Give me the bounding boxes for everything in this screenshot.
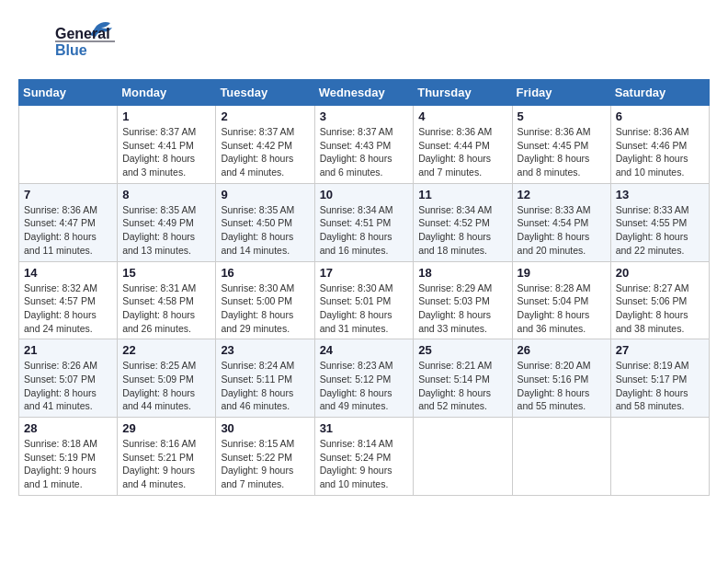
day-detail: Sunrise: 8:28 AMSunset: 5:04 PMDaylight:…: [518, 282, 606, 336]
day-detail: Sunrise: 8:37 AMSunset: 4:42 PMDaylight:…: [221, 125, 309, 179]
weekday-header-row: SundayMondayTuesdayWednesdayThursdayFrid…: [19, 80, 710, 106]
calendar-cell: 22Sunrise: 8:25 AMSunset: 5:09 PMDayligh…: [118, 339, 216, 418]
day-detail: Sunrise: 8:30 AMSunset: 5:01 PMDaylight:…: [320, 282, 409, 336]
calendar-cell: 4Sunrise: 8:36 AMSunset: 4:44 PMDaylight…: [414, 106, 512, 184]
day-detail: Sunrise: 8:29 AMSunset: 5:03 PMDaylight:…: [418, 282, 506, 336]
calendar-cell: 6Sunrise: 8:36 AMSunset: 4:46 PMDaylight…: [610, 106, 709, 184]
week-row-2: 7Sunrise: 8:36 AMSunset: 4:47 PMDaylight…: [19, 183, 710, 261]
calendar-cell: 25Sunrise: 8:21 AMSunset: 5:14 PMDayligh…: [414, 339, 512, 418]
day-number: 17: [320, 266, 409, 280]
week-row-3: 14Sunrise: 8:32 AMSunset: 4:57 PMDayligh…: [19, 261, 710, 339]
svg-text:Blue: Blue: [55, 42, 87, 58]
week-row-1: 1Sunrise: 8:37 AMSunset: 4:41 PMDaylight…: [19, 106, 710, 184]
day-detail: Sunrise: 8:35 AMSunset: 4:50 PMDaylight:…: [221, 203, 309, 258]
weekday-header-tuesday: Tuesday: [216, 80, 314, 106]
svg-text:General: General: [55, 26, 110, 41]
calendar-cell: 1Sunrise: 8:37 AMSunset: 4:41 PMDaylight…: [118, 106, 216, 184]
day-number: 15: [122, 266, 210, 280]
day-number: 20: [616, 266, 704, 280]
day-number: 22: [122, 343, 210, 357]
day-number: 31: [320, 421, 409, 435]
day-detail: Sunrise: 8:32 AMSunset: 4:57 PMDaylight:…: [24, 282, 112, 336]
weekday-header-thursday: Thursday: [414, 80, 512, 106]
day-number: 4: [418, 109, 506, 123]
day-detail: Sunrise: 8:30 AMSunset: 5:00 PMDaylight:…: [221, 282, 309, 336]
day-number: 23: [221, 343, 309, 357]
day-detail: Sunrise: 8:36 AMSunset: 4:45 PMDaylight:…: [518, 125, 606, 179]
calendar-cell: 21Sunrise: 8:26 AMSunset: 5:07 PMDayligh…: [19, 339, 118, 418]
weekday-header-saturday: Saturday: [610, 80, 709, 106]
day-number: 1: [122, 109, 210, 123]
day-number: 2: [221, 109, 309, 123]
day-number: 14: [24, 266, 112, 280]
week-row-5: 28Sunrise: 8:18 AMSunset: 5:19 PMDayligh…: [19, 418, 710, 496]
day-detail: Sunrise: 8:20 AMSunset: 5:16 PMDaylight:…: [518, 359, 606, 413]
calendar-cell: 15Sunrise: 8:31 AMSunset: 4:58 PMDayligh…: [118, 261, 216, 339]
calendar-cell: 11Sunrise: 8:34 AMSunset: 4:52 PMDayligh…: [414, 183, 512, 261]
day-number: 11: [418, 188, 506, 201]
day-number: 10: [320, 188, 409, 201]
day-number: 24: [320, 343, 409, 357]
day-number: 18: [418, 266, 506, 280]
calendar-cell: [610, 418, 709, 496]
calendar-cell: 28Sunrise: 8:18 AMSunset: 5:19 PMDayligh…: [19, 418, 118, 496]
calendar-cell: 8Sunrise: 8:35 AMSunset: 4:49 PMDaylight…: [118, 183, 216, 261]
calendar-cell: 27Sunrise: 8:19 AMSunset: 5:17 PMDayligh…: [610, 339, 709, 418]
day-number: 13: [616, 188, 704, 201]
calendar-cell: 5Sunrise: 8:36 AMSunset: 4:45 PMDaylight…: [512, 106, 610, 184]
day-detail: Sunrise: 8:37 AMSunset: 4:41 PMDaylight:…: [122, 125, 210, 179]
calendar-cell: 29Sunrise: 8:16 AMSunset: 5:21 PMDayligh…: [118, 418, 216, 496]
day-number: 26: [518, 343, 606, 357]
calendar-cell: 26Sunrise: 8:20 AMSunset: 5:16 PMDayligh…: [512, 339, 610, 418]
day-detail: Sunrise: 8:27 AMSunset: 5:06 PMDaylight:…: [616, 282, 704, 336]
page-header: General Blue: [18, 18, 710, 64]
calendar-cell: 10Sunrise: 8:34 AMSunset: 4:51 PMDayligh…: [314, 183, 414, 261]
day-number: 19: [518, 266, 606, 280]
calendar-cell: [19, 106, 118, 184]
day-detail: Sunrise: 8:23 AMSunset: 5:12 PMDaylight:…: [320, 359, 409, 413]
calendar-body: 1Sunrise: 8:37 AMSunset: 4:41 PMDaylight…: [19, 106, 710, 496]
day-number: 6: [616, 109, 704, 123]
day-detail: Sunrise: 8:36 AMSunset: 4:44 PMDaylight:…: [418, 125, 506, 179]
weekday-header-wednesday: Wednesday: [314, 80, 414, 106]
week-row-4: 21Sunrise: 8:26 AMSunset: 5:07 PMDayligh…: [19, 339, 710, 418]
day-detail: Sunrise: 8:37 AMSunset: 4:43 PMDaylight:…: [320, 125, 409, 179]
day-detail: Sunrise: 8:25 AMSunset: 5:09 PMDaylight:…: [122, 359, 210, 413]
day-detail: Sunrise: 8:33 AMSunset: 4:54 PMDaylight:…: [518, 203, 606, 258]
day-detail: Sunrise: 8:33 AMSunset: 4:55 PMDaylight:…: [616, 203, 704, 258]
calendar-cell: 16Sunrise: 8:30 AMSunset: 5:00 PMDayligh…: [216, 261, 314, 339]
day-number: 12: [518, 188, 606, 201]
calendar-cell: 30Sunrise: 8:15 AMSunset: 5:22 PMDayligh…: [216, 418, 314, 496]
day-detail: Sunrise: 8:34 AMSunset: 4:52 PMDaylight:…: [418, 203, 506, 258]
weekday-header-sunday: Sunday: [19, 80, 118, 106]
day-number: 25: [418, 343, 506, 357]
calendar-cell: [512, 418, 610, 496]
day-number: 8: [122, 188, 210, 201]
day-detail: Sunrise: 8:21 AMSunset: 5:14 PMDaylight:…: [418, 359, 506, 413]
day-detail: Sunrise: 8:36 AMSunset: 4:47 PMDaylight:…: [24, 203, 112, 258]
weekday-header-friday: Friday: [512, 80, 610, 106]
day-detail: Sunrise: 8:14 AMSunset: 5:24 PMDaylight:…: [320, 437, 409, 491]
calendar-cell: 18Sunrise: 8:29 AMSunset: 5:03 PMDayligh…: [414, 261, 512, 339]
day-detail: Sunrise: 8:18 AMSunset: 5:19 PMDaylight:…: [24, 437, 112, 491]
calendar-table: SundayMondayTuesdayWednesdayThursdayFrid…: [18, 79, 710, 496]
calendar-cell: 20Sunrise: 8:27 AMSunset: 5:06 PMDayligh…: [610, 261, 709, 339]
day-number: 27: [616, 343, 704, 357]
logo-svg: General Blue: [18, 18, 119, 64]
day-number: 7: [24, 188, 112, 201]
day-detail: Sunrise: 8:34 AMSunset: 4:51 PMDaylight:…: [320, 203, 409, 258]
calendar-cell: 9Sunrise: 8:35 AMSunset: 4:50 PMDaylight…: [216, 183, 314, 261]
calendar-cell: 17Sunrise: 8:30 AMSunset: 5:01 PMDayligh…: [314, 261, 414, 339]
day-detail: Sunrise: 8:35 AMSunset: 4:49 PMDaylight:…: [122, 203, 210, 258]
calendar-cell: 7Sunrise: 8:36 AMSunset: 4:47 PMDaylight…: [19, 183, 118, 261]
calendar-cell: 23Sunrise: 8:24 AMSunset: 5:11 PMDayligh…: [216, 339, 314, 418]
day-number: 21: [24, 343, 112, 357]
calendar-cell: 2Sunrise: 8:37 AMSunset: 4:42 PMDaylight…: [216, 106, 314, 184]
day-number: 29: [122, 421, 210, 435]
calendar-cell: 19Sunrise: 8:28 AMSunset: 5:04 PMDayligh…: [512, 261, 610, 339]
day-number: 5: [518, 109, 606, 123]
calendar-cell: 13Sunrise: 8:33 AMSunset: 4:55 PMDayligh…: [610, 183, 709, 261]
weekday-header-monday: Monday: [118, 80, 216, 106]
day-number: 28: [24, 421, 112, 435]
calendar-cell: [414, 418, 512, 496]
